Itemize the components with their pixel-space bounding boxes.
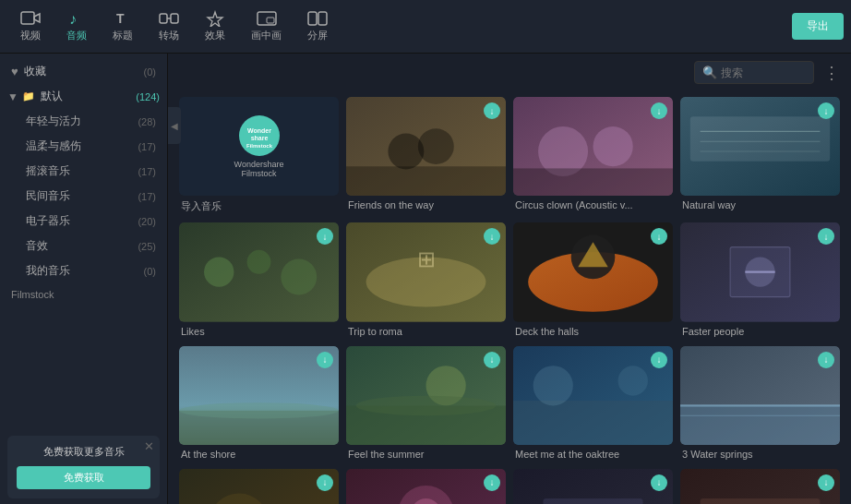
svg-point-54 bbox=[618, 366, 648, 395]
grid-item-faster[interactable]: ↓ Faster people bbox=[680, 222, 840, 338]
sidebar-item-gentle[interactable]: 温柔与感伤 (17) bbox=[0, 134, 167, 159]
mymusic-count: (0) bbox=[144, 266, 156, 277]
grid-item-circus[interactable]: ↓ Circus clown (Acoustic v... bbox=[513, 97, 673, 215]
grid-item-oaktree[interactable]: ↓ Meet me at the oaktree bbox=[513, 346, 673, 462]
main-area: ♥ 收藏 (0) ▼ 📁 默认 (124) 年轻与活力 (28) 温柔与感伤 (… bbox=[0, 54, 851, 504]
mymusic-label: 我的音乐 bbox=[26, 263, 70, 279]
sidebar-item-young[interactable]: 年轻与活力 (28) bbox=[0, 109, 167, 134]
grid-item-import[interactable]: Wonder share Filmstock WondershareFilmst… bbox=[179, 97, 339, 215]
grid-item-15[interactable]: ↓ bbox=[513, 469, 673, 504]
favorites-count: (0) bbox=[144, 66, 156, 78]
svg-point-50 bbox=[356, 395, 496, 415]
search-input[interactable] bbox=[721, 66, 804, 79]
download-badge[interactable]: ↓ bbox=[484, 352, 500, 368]
grid-item-label: Circus clown (Acoustic v... bbox=[513, 196, 673, 212]
toolbar-effect[interactable]: 效果 bbox=[192, 5, 238, 48]
grid-item-label: Natural way bbox=[680, 196, 840, 212]
svg-rect-68 bbox=[701, 498, 821, 504]
grid-item-label: At the shore bbox=[179, 445, 339, 462]
grid-item-likes[interactable]: ↓ Likes bbox=[179, 222, 339, 338]
download-badge[interactable]: ↓ bbox=[651, 474, 667, 491]
download-badge[interactable]: ↓ bbox=[651, 352, 667, 368]
promo-get-button[interactable]: 免费获取 bbox=[17, 466, 150, 489]
toolbar-audio[interactable]: ♪ 音频 bbox=[54, 5, 100, 48]
svg-point-46 bbox=[179, 402, 339, 418]
toolbar-split[interactable]: 分屏 bbox=[294, 5, 341, 48]
svg-marker-1 bbox=[34, 14, 40, 22]
toolbar-transition[interactable]: 转场 bbox=[146, 5, 192, 48]
default-label: 默认 bbox=[41, 89, 63, 104]
toolbar-pip[interactable]: 画中画 bbox=[238, 5, 294, 48]
grid-scroll: Wonder share Filmstock WondershareFilmst… bbox=[168, 91, 851, 504]
grid-item-label: Faster people bbox=[680, 322, 840, 339]
grid-item-trip[interactable]: ⊞ ↓ Trip to roma bbox=[346, 222, 506, 338]
sidebar: ♥ 收藏 (0) ▼ 📁 默认 (124) 年轻与活力 (28) 温柔与感伤 (… bbox=[0, 54, 168, 504]
svg-rect-4 bbox=[160, 14, 167, 23]
gentle-label: 温柔与感伤 bbox=[26, 138, 81, 154]
grid-item-summer[interactable]: ↓ Feel the summer bbox=[346, 346, 506, 462]
download-badge[interactable]: ↓ bbox=[818, 474, 834, 491]
download-badge[interactable]: ↓ bbox=[484, 474, 500, 491]
electronic-count: (20) bbox=[138, 216, 156, 227]
download-badge[interactable]: ↓ bbox=[818, 352, 834, 368]
wf-logo: Wonder share Filmstock bbox=[239, 115, 280, 156]
grid-item-label: Deck the halls bbox=[513, 322, 673, 339]
promo-close-button[interactable]: ✕ bbox=[144, 439, 154, 453]
grid-item-deck[interactable]: ↓ Deck the halls bbox=[513, 222, 673, 338]
grid-item-label: Likes bbox=[179, 322, 339, 339]
grid-item-friends[interactable]: ↓ Friends on the way bbox=[346, 97, 506, 215]
grid-item-label: 导入音乐 bbox=[179, 196, 339, 215]
sfx-count: (25) bbox=[138, 241, 156, 252]
svg-point-22 bbox=[593, 126, 633, 166]
toolbar-pip-label: 画中画 bbox=[251, 29, 282, 42]
sidebar-item-default[interactable]: ▼ 📁 默认 (124) bbox=[0, 84, 167, 109]
svg-rect-65 bbox=[543, 498, 642, 504]
toolbar-effect-label: 效果 bbox=[205, 29, 225, 42]
content-area: 🔍 ⋮ Wonder bbox=[168, 54, 851, 504]
grid-item-14[interactable]: ↓ bbox=[346, 469, 506, 504]
export-button[interactable]: 导出 bbox=[792, 13, 844, 40]
svg-point-53 bbox=[533, 366, 573, 405]
sidebar-item-electronic[interactable]: 电子器乐 (20) bbox=[0, 209, 167, 234]
download-badge[interactable]: ↓ bbox=[818, 102, 834, 119]
svg-rect-52 bbox=[513, 401, 673, 445]
download-badge[interactable]: ↓ bbox=[651, 102, 667, 119]
sidebar-item-sfx[interactable]: 音效 (25) bbox=[0, 234, 167, 258]
sidebar-item-folk[interactable]: 民间音乐 (17) bbox=[0, 184, 167, 209]
svg-text:⊞: ⊞ bbox=[417, 246, 436, 271]
sidebar-collapse-button[interactable]: ◀ bbox=[168, 107, 181, 144]
download-badge[interactable]: ↓ bbox=[317, 352, 333, 368]
grid-item-label: 3 Water springs bbox=[680, 445, 840, 462]
more-options-icon[interactable]: ⋮ bbox=[823, 63, 840, 83]
grid-item-shore[interactable]: ↓ At the shore bbox=[179, 346, 339, 462]
title-icon: T bbox=[113, 10, 133, 27]
svg-rect-23 bbox=[513, 168, 673, 196]
sidebar-item-mymusic[interactable]: 我的音乐 (0) bbox=[0, 258, 167, 283]
folk-count: (17) bbox=[138, 191, 156, 202]
sidebar-item-rock[interactable]: 摇滚音乐 (17) bbox=[0, 159, 167, 184]
filmstock-label: Filmstock bbox=[0, 283, 167, 306]
toolbar-video[interactable]: 视频 bbox=[7, 5, 54, 48]
young-label: 年轻与活力 bbox=[26, 114, 81, 129]
download-badge[interactable]: ↓ bbox=[484, 102, 500, 119]
svg-rect-10 bbox=[308, 12, 317, 25]
pip-icon bbox=[257, 10, 277, 27]
download-badge[interactable]: ↓ bbox=[317, 474, 333, 491]
grid-item-13[interactable]: ↓ bbox=[179, 469, 339, 504]
media-grid: Wonder share Filmstock WondershareFilmst… bbox=[179, 97, 840, 504]
toolbar-title[interactable]: T 标题 bbox=[100, 5, 146, 48]
grid-item-label: Meet me at the oaktree bbox=[513, 445, 673, 462]
search-box[interactable]: 🔍 bbox=[694, 61, 814, 84]
svg-point-31 bbox=[247, 250, 271, 274]
grid-item-water[interactable]: ↓ 3 Water springs bbox=[680, 346, 840, 462]
grid-item-natural[interactable]: ↓ Natural way bbox=[680, 97, 840, 215]
folk-label: 民间音乐 bbox=[26, 188, 70, 204]
svg-rect-11 bbox=[318, 12, 327, 25]
folder-icon: 📁 bbox=[22, 90, 35, 102]
heart-icon: ♥ bbox=[11, 65, 18, 78]
toolbar-audio-label: 音频 bbox=[66, 29, 87, 42]
rock-count: (17) bbox=[138, 166, 156, 177]
sidebar-item-favorites[interactable]: ♥ 收藏 (0) bbox=[0, 59, 167, 84]
svg-rect-56 bbox=[680, 405, 840, 445]
grid-item-16[interactable]: ↓ bbox=[680, 469, 840, 504]
